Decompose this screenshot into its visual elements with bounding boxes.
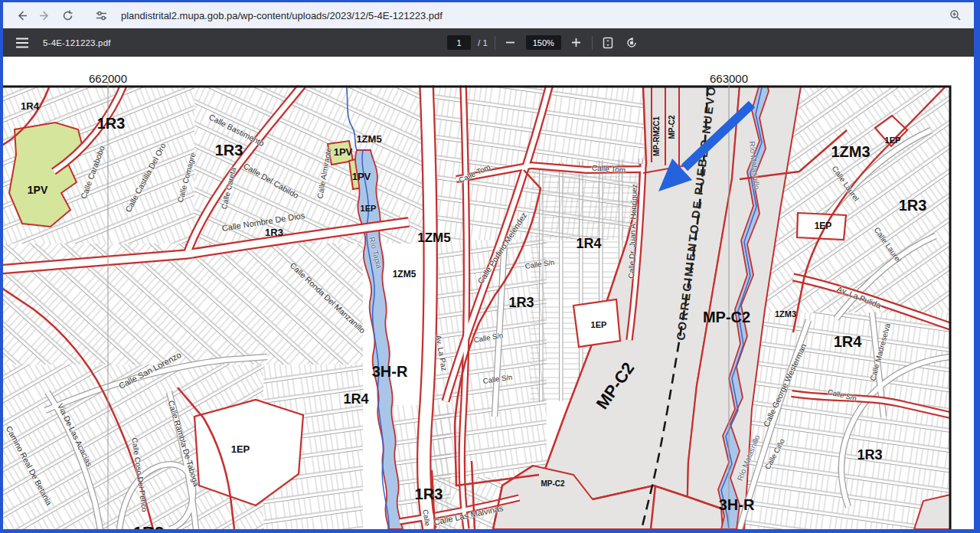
browser-toolbar: plandistrital2.mupa.gob.pa/wp-content/up…: [3, 2, 974, 28]
site-settings-button[interactable]: [92, 6, 110, 25]
reload-icon: [61, 9, 74, 22]
zoom-magnifier-icon: [949, 9, 962, 21]
toolbar-divider: [495, 36, 495, 50]
back-button[interactable]: [12, 6, 31, 25]
map-canvas: [3, 57, 974, 529]
browser-window: plandistrital2.mupa.gob.pa/wp-content/up…: [3, 2, 974, 529]
zoom-in-button[interactable]: [568, 34, 585, 51]
reload-button[interactable]: [58, 6, 77, 25]
fit-page-button[interactable]: [599, 34, 616, 51]
zoom-out-icon: [505, 38, 515, 47]
page-zoom-button[interactable]: [946, 6, 965, 25]
url-field[interactable]: plandistrital2.mupa.gob.pa/wp-content/up…: [121, 10, 942, 21]
pdf-toolbar: 5-4E-121223.pdf 1 / 1 150%: [3, 28, 974, 57]
zoom-level-input[interactable]: 150%: [526, 35, 561, 50]
forward-icon: [38, 9, 51, 22]
page-count-label: / 1: [478, 38, 488, 47]
back-icon: [15, 9, 28, 22]
rotate-button[interactable]: [623, 34, 640, 51]
pdf-viewport[interactable]: 6620006630001R41R31R31PV1ZM51PV1PV1EP1R3…: [3, 57, 974, 529]
site-settings-icon: [95, 9, 108, 22]
toolbar-divider: [592, 36, 593, 50]
fit-page-icon: [602, 37, 614, 49]
pdf-menu-button[interactable]: [14, 34, 31, 51]
forward-button[interactable]: [35, 6, 54, 25]
rotate-icon: [626, 37, 638, 49]
pdf-page-controls: 1 / 1 150%: [447, 28, 640, 57]
menu-icon: [15, 38, 29, 48]
zoom-in-icon: [571, 38, 581, 47]
pdf-filename: 5-4E-121223.pdf: [43, 38, 111, 47]
page-number-input[interactable]: 1: [447, 35, 471, 50]
zoom-out-button[interactable]: [502, 34, 519, 51]
